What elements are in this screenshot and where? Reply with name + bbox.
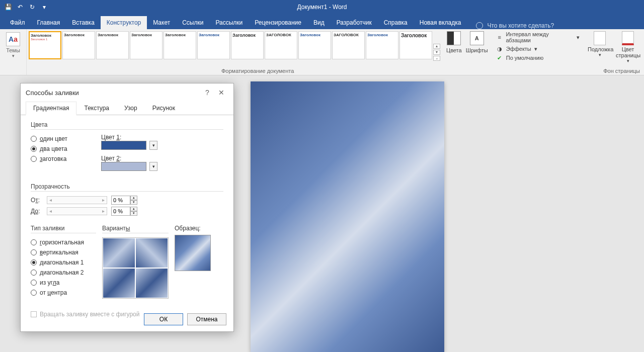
page-bg-caption: Фон страницы bbox=[603, 68, 640, 74]
variant-4[interactable] bbox=[136, 269, 168, 298]
paragraph-spacing-button[interactable]: ≡Интервал между абзацами▾ bbox=[496, 31, 580, 43]
color2-swatch[interactable] bbox=[101, 162, 146, 171]
slider-right-icon: ▸ bbox=[102, 197, 105, 203]
colors-label: Цвета bbox=[446, 47, 462, 53]
redo-icon[interactable]: ↻ bbox=[28, 3, 36, 11]
radio-diagonal-1[interactable]: диагональная 1 bbox=[31, 257, 96, 268]
title-bar: 💾 ↶ ↻ ▾ Документ1 - Word bbox=[0, 0, 644, 14]
colors-button[interactable]: Цвета bbox=[446, 31, 462, 73]
colors-fonts-group: Цвета A Шрифты bbox=[442, 29, 492, 75]
radio-diagonal-2[interactable]: диагональная 2 bbox=[31, 268, 96, 278]
check-icon: ✔ bbox=[496, 54, 503, 61]
gallery-more[interactable]: ▴▾⌄ bbox=[433, 31, 440, 73]
variant-2[interactable] bbox=[136, 238, 168, 268]
style-set-12[interactable]: Заголовок bbox=[399, 31, 432, 59]
color2-dropdown[interactable]: ▾ bbox=[149, 162, 157, 171]
to-slider[interactable]: ◂▸ bbox=[47, 207, 107, 215]
style-set-8[interactable]: ЗАГОЛОВОК bbox=[265, 31, 297, 59]
undo-icon[interactable]: ↶ bbox=[16, 3, 24, 11]
effects-button[interactable]: ◑Эффекты▾ bbox=[496, 45, 580, 52]
style-set-1[interactable]: ЗаголовокЗаголовок 1 bbox=[29, 31, 61, 59]
tab-insert[interactable]: Вставка bbox=[66, 16, 101, 29]
style-set-3[interactable]: Заголовок bbox=[96, 31, 129, 59]
expand-icon[interactable]: ⌄ bbox=[433, 56, 440, 61]
tab-help[interactable]: Справка bbox=[378, 16, 414, 29]
tab-home[interactable]: Главная bbox=[31, 16, 66, 29]
spin-up-icon[interactable]: ▴ bbox=[130, 207, 137, 211]
scroll-down-icon[interactable]: ▾ bbox=[433, 50, 440, 55]
radio-vertical[interactable]: вертикальная bbox=[31, 247, 96, 257]
document-page[interactable] bbox=[251, 81, 444, 352]
page-color-button[interactable]: Цвет страницы ▾ bbox=[616, 31, 640, 73]
tab-mailings[interactable]: Рассылки bbox=[209, 16, 249, 29]
tab-new[interactable]: Новая вкладка bbox=[414, 16, 467, 29]
tab-developer[interactable]: Разработчик bbox=[331, 16, 378, 29]
ribbon: Aa Темы ▾ ЗаголовокЗаголовок 1 Заголовок… bbox=[0, 29, 644, 75]
tab-file[interactable]: Файл bbox=[4, 16, 31, 29]
tab-texture[interactable]: Текстура bbox=[76, 102, 117, 115]
radio-horizontal[interactable]: горизонтальная bbox=[31, 237, 96, 247]
style-set-9[interactable]: Заголовок bbox=[298, 31, 331, 59]
watermark-button[interactable]: Подложка ▾ bbox=[588, 31, 612, 73]
scroll-up-icon[interactable]: ▴ bbox=[433, 44, 440, 49]
chevron-down-icon: ▾ bbox=[534, 46, 537, 52]
to-input[interactable] bbox=[111, 207, 130, 216]
to-spinner[interactable]: ▴▾ bbox=[111, 207, 137, 216]
tab-pattern[interactable]: Узор bbox=[117, 102, 145, 115]
tab-design[interactable]: Конструктор bbox=[101, 16, 147, 29]
tab-review[interactable]: Рецензирование bbox=[249, 16, 307, 29]
style-set-10[interactable]: ЗАГОЛОВОК bbox=[332, 31, 365, 59]
set-default-button[interactable]: ✔По умолчанию bbox=[496, 54, 580, 61]
radio-from-corner[interactable]: из угла bbox=[31, 278, 96, 288]
variant-1[interactable] bbox=[103, 238, 135, 268]
doc-formatting-caption: Форматирование документа bbox=[221, 68, 294, 74]
radio-icon bbox=[31, 290, 37, 296]
from-label: От: bbox=[31, 197, 43, 204]
sample-section: Образец: bbox=[175, 225, 211, 306]
tab-references[interactable]: Ссылки bbox=[176, 16, 209, 29]
cancel-button[interactable]: Отмена bbox=[187, 313, 226, 325]
themes-button[interactable]: Aa Темы ▾ bbox=[3, 31, 23, 58]
bulb-icon bbox=[476, 22, 483, 29]
spin-down-icon[interactable]: ▾ bbox=[130, 211, 137, 216]
help-button[interactable]: ? bbox=[200, 89, 214, 97]
dialog-buttons: ОК Отмена bbox=[144, 313, 226, 325]
spin-down-icon[interactable]: ▾ bbox=[130, 200, 137, 205]
color1-dropdown[interactable]: ▾ bbox=[149, 141, 157, 150]
tab-gradient[interactable]: Градиентная bbox=[26, 102, 76, 115]
style-set-7[interactable]: Заголовок bbox=[231, 31, 264, 59]
from-input[interactable] bbox=[111, 196, 130, 205]
tab-layout[interactable]: Макет bbox=[147, 16, 176, 29]
tab-view[interactable]: Вид bbox=[307, 16, 331, 29]
close-button[interactable]: ✕ bbox=[214, 89, 228, 97]
style-set-5[interactable]: Заголовок bbox=[164, 31, 196, 59]
tab-picture[interactable]: Рисунок bbox=[145, 102, 183, 115]
radio-from-center[interactable]: от центра bbox=[31, 288, 96, 298]
fonts-button[interactable]: A Шрифты bbox=[466, 31, 488, 73]
style-set-4[interactable]: Заголовок bbox=[130, 31, 163, 59]
spin-up-icon[interactable]: ▴ bbox=[130, 196, 137, 200]
dialog-titlebar: Способы заливки ? ✕ bbox=[21, 83, 233, 102]
variant-3[interactable] bbox=[103, 269, 135, 298]
color1-swatch[interactable] bbox=[101, 141, 146, 150]
style-set-6[interactable]: Заголовок bbox=[197, 31, 230, 59]
to-label: До: bbox=[31, 208, 43, 215]
from-slider[interactable]: ◂▸ bbox=[47, 196, 107, 204]
save-icon[interactable]: 💾 bbox=[4, 3, 12, 11]
radio-preset[interactable]: заготовка bbox=[31, 154, 91, 164]
radio-one-color[interactable]: один цвет bbox=[31, 134, 91, 144]
chevron-down-icon: ▾ bbox=[588, 52, 612, 57]
radio-icon bbox=[31, 156, 37, 162]
from-spinner[interactable]: ▴▾ bbox=[111, 196, 137, 205]
tell-me-placeholder: Что вы хотите сделать? bbox=[487, 22, 554, 29]
style-set-2[interactable]: Заголовок bbox=[62, 31, 95, 59]
ok-button[interactable]: ОК bbox=[144, 313, 183, 325]
qat-dropdown-icon[interactable]: ▾ bbox=[40, 3, 48, 11]
chevron-down-icon: ▾ bbox=[577, 34, 580, 41]
tell-me-search[interactable]: Что вы хотите сделать? bbox=[476, 22, 554, 29]
style-set-11[interactable]: Заголовок bbox=[366, 31, 398, 59]
variants-fieldset: Варианты bbox=[102, 225, 169, 299]
radio-two-colors[interactable]: два цвета bbox=[31, 144, 91, 154]
window-title: Документ1 - Word bbox=[297, 4, 347, 11]
effects-icon: ◑ bbox=[496, 45, 503, 52]
